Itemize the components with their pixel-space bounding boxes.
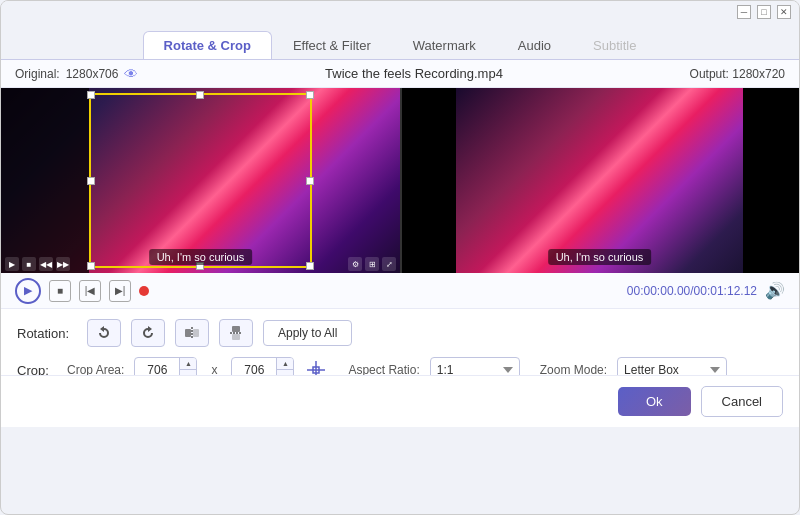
- crop-handle-br[interactable]: [306, 262, 314, 270]
- time-display: 00:00:00.00/00:01:12.12: [627, 284, 757, 298]
- original-resolution: 1280x706: [66, 67, 119, 81]
- crop-width-up[interactable]: ▲: [180, 357, 196, 370]
- zoom-mini-icon[interactable]: ⊞: [365, 257, 379, 271]
- prev-mini-icon[interactable]: ◀◀: [39, 257, 53, 271]
- volume-icon[interactable]: 🔊: [765, 281, 785, 300]
- preview-toolbar-left: ▶ ■ ◀◀ ▶▶: [5, 257, 70, 271]
- flip-horizontal-button[interactable]: [175, 319, 209, 347]
- rotate-left-button[interactable]: [87, 319, 121, 347]
- svg-rect-0: [185, 329, 191, 337]
- output-info: Output: 1280x720: [690, 67, 785, 81]
- output-resolution: 1280x720: [732, 67, 785, 81]
- crop-handle-bl[interactable]: [87, 262, 95, 270]
- preview-divider: [400, 88, 402, 273]
- record-indicator: [139, 286, 149, 296]
- play-button[interactable]: ▶: [15, 278, 41, 304]
- tab-subtitle: Subtitle: [572, 31, 657, 59]
- bottom-bar: Ok Cancel: [1, 375, 799, 427]
- tab-audio[interactable]: Audio: [497, 31, 572, 59]
- tab-rotate-crop[interactable]: Rotate & Crop: [143, 31, 272, 59]
- original-label: Original:: [15, 67, 60, 81]
- info-bar: Original: 1280x706 👁 Twice the feels Rec…: [1, 60, 799, 88]
- stop-mini-icon[interactable]: ■: [22, 257, 36, 271]
- video-frame-right: Uh, I'm so curious: [400, 88, 799, 273]
- rotate-right-button[interactable]: [131, 319, 165, 347]
- crop-handle-tl[interactable]: [87, 91, 95, 99]
- crop-handle-tr[interactable]: [306, 91, 314, 99]
- svg-rect-4: [232, 334, 240, 340]
- next-frame-button[interactable]: ▶|: [109, 280, 131, 302]
- crop-handle-mr[interactable]: [306, 177, 314, 185]
- preview-area: Uh, I'm so curious ▶ ■ ◀◀ ▶▶ ⚙ ⊞ ⤢ Uh, I…: [1, 88, 799, 273]
- crop-handle-tc[interactable]: [196, 91, 204, 99]
- ok-button[interactable]: Ok: [618, 387, 691, 416]
- output-label: Output:: [690, 67, 729, 81]
- tab-watermark[interactable]: Watermark: [392, 31, 497, 59]
- next-mini-icon[interactable]: ▶▶: [56, 257, 70, 271]
- rotation-row: Rotation:: [17, 319, 783, 347]
- playback-controls: ▶ ■ |◀ ▶|: [15, 278, 149, 304]
- crop-box[interactable]: [89, 93, 312, 268]
- title-bar: ─ □ ✕: [1, 1, 799, 23]
- apply-to-all-button[interactable]: Apply to All: [263, 320, 352, 346]
- preview-right: Uh, I'm so curious: [400, 88, 799, 273]
- subtitle-right: Uh, I'm so curious: [548, 249, 652, 265]
- fullscreen-mini-icon[interactable]: ⤢: [382, 257, 396, 271]
- subtitle-left: Uh, I'm so curious: [149, 249, 253, 265]
- filename: Twice the feels Recording.mp4: [325, 66, 503, 81]
- cancel-button[interactable]: Cancel: [701, 386, 783, 417]
- time-controls: 00:00:00.00/00:01:12.12 🔊: [627, 281, 785, 300]
- tabs-bar: Rotate & Crop Effect & Filter Watermark …: [1, 23, 799, 59]
- maximize-button[interactable]: □: [757, 5, 771, 19]
- crop-height-up[interactable]: ▲: [277, 357, 293, 370]
- close-button[interactable]: ✕: [777, 5, 791, 19]
- play-mini-icon[interactable]: ▶: [5, 257, 19, 271]
- tab-effect-filter[interactable]: Effect & Filter: [272, 31, 392, 59]
- crop-handle-ml[interactable]: [87, 177, 95, 185]
- main-content: Original: 1280x706 👁 Twice the feels Rec…: [1, 59, 799, 427]
- video-frame-left: Uh, I'm so curious: [1, 88, 400, 273]
- svg-rect-1: [193, 329, 199, 337]
- settings-mini-icon[interactable]: ⚙: [348, 257, 362, 271]
- prev-frame-button[interactable]: |◀: [79, 280, 101, 302]
- preview-toolbar-right: ⚙ ⊞ ⤢: [348, 257, 396, 271]
- minimize-button[interactable]: ─: [737, 5, 751, 19]
- rotation-label: Rotation:: [17, 326, 77, 341]
- svg-rect-3: [232, 326, 240, 332]
- preview-left: Uh, I'm so curious ▶ ■ ◀◀ ▶▶ ⚙ ⊞ ⤢: [1, 88, 400, 273]
- original-info: Original: 1280x706 👁: [15, 66, 138, 82]
- window-controls: ─ □ ✕: [737, 5, 791, 19]
- stop-button[interactable]: ■: [49, 280, 71, 302]
- flip-vertical-button[interactable]: [219, 319, 253, 347]
- eye-icon[interactable]: 👁: [124, 66, 138, 82]
- playback-bar: ▶ ■ |◀ ▶| 00:00:00.00/00:01:12.12 🔊: [1, 273, 799, 309]
